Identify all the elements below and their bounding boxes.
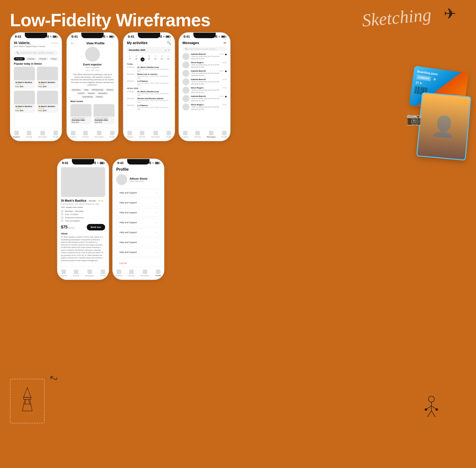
phone-activities: 9:41 ∿ My activities 🔍 December 2023 ‹ ›… (123, 32, 175, 141)
nav-explore-4[interactable]: Explore (182, 131, 189, 138)
photo-card-decoration: 👤 (416, 92, 471, 161)
menu-item-4[interactable]: Help and Support › (116, 218, 160, 227)
recent-grid: Cruise and Boats Gondola rides from $10 … (70, 104, 115, 124)
svg-point-7 (436, 409, 438, 411)
recent-card[interactable]: Cruise and Boats Gondola rides from $10 (70, 104, 91, 124)
message-item[interactable]: Isabella Bianchi 19:00 I think it's pret… (182, 78, 227, 85)
next-date-label: 19 Dec 2023 (127, 87, 171, 89)
nav-explore-3[interactable]: Explore (126, 131, 133, 138)
profile-user-since: Since Mar 2022 (130, 180, 148, 182)
card-item[interactable]: St Mark's Basilica ★★★★ from $75 (37, 91, 58, 113)
nav-profile-6[interactable]: Profile (155, 270, 161, 277)
nav-messages-4[interactable]: Messages (207, 131, 215, 138)
nav-profile-4[interactable]: Profile (222, 131, 227, 138)
menu-item-1[interactable]: Help and Support › (116, 189, 160, 197)
filter-tab-3[interactable]: Popular (37, 57, 48, 60)
search-icon-3[interactable]: 🔍 (167, 41, 171, 45)
nav-activity-5[interactable]: Activity (73, 270, 79, 277)
menu-item-7[interactable]: Help and Support › (116, 248, 160, 256)
svg-line-10 (22, 399, 25, 411)
view-profile-title: View Profile (76, 41, 115, 45)
about-title: About (61, 232, 105, 235)
nav-activity-3[interactable]: Activity (139, 131, 145, 138)
activity-item[interactable]: 17:00 hrs St. Mark's Basilica tour P.za … (127, 90, 171, 96)
nav-explore-6[interactable]: Explore (116, 270, 122, 277)
airplane-icon: ✈ (444, 5, 456, 22)
nav-messages-1[interactable]: Messages (38, 131, 47, 138)
activity-item[interactable]: 20:00 hrs Rema Live in concert P.za San … (127, 73, 171, 79)
card-item[interactable]: St Mark's Basilica ★★★★ from $75 (14, 91, 35, 113)
divider (116, 258, 160, 258)
card-item[interactable]: St Mark's Basilica ★★★★ from $75 (37, 67, 58, 89)
time-4: 9:41 (183, 35, 190, 38)
messages-search-bar[interactable]: 🔍 Search places, events, people... (182, 47, 227, 51)
profile-user-row: Allison Steele Since Mar 2022 (116, 174, 160, 185)
message-item[interactable]: Isabella Bianchi 19:00 I think it's pret… (182, 53, 227, 60)
main-title: Low-Fidelity Wireframes (10, 10, 210, 30)
nav-messages-2[interactable]: Messages (94, 131, 103, 138)
svg-line-14 (25, 399, 26, 404)
activity-item[interactable]: 20:00 hrs Murano and Burano Islands P.za… (127, 97, 171, 103)
cal-prev[interactable]: ‹ (165, 48, 166, 52)
nav-profile-5[interactable]: Profile (100, 270, 106, 277)
nav-explore-2[interactable]: Explore (70, 131, 77, 138)
nav-explore-1[interactable]: Explore (13, 131, 20, 138)
logout-button[interactable]: Log out (116, 260, 160, 267)
card-grid-1: St Mark's Basilica ★★★★ from $75 St Mark… (14, 67, 58, 113)
phone-profile-settings: 9:41 ∿ Profile Allison Steele Since Mar … (112, 159, 164, 280)
filter-tab-4[interactable]: Popul (49, 57, 58, 60)
filter-tab-active[interactable]: Popular (14, 57, 25, 60)
svg-line-11 (30, 399, 32, 411)
camera-icon-decoration: 📷 (406, 111, 421, 126)
filter-tab-2[interactable]: Popular (26, 57, 37, 60)
book-tour-button[interactable]: Book tour (87, 224, 105, 230)
back-arrow-2[interactable]: ← (70, 41, 74, 45)
time-6: 9:41 (117, 161, 124, 165)
bottom-nav-3: Explore Activity Messages Profile (123, 128, 175, 141)
notch-2 (81, 33, 104, 38)
card-item[interactable]: St Mark's Basilica ★★★★ from $75 (14, 67, 35, 89)
nav-messages-3[interactable]: Messages (151, 131, 160, 138)
activities-title: My activities (127, 41, 148, 45)
nav-messages-5[interactable]: Messages (85, 270, 94, 277)
nav-messages-6[interactable]: Messages (140, 270, 149, 277)
calendar-header: December 2023 ‹ › (127, 47, 171, 53)
nav-explore-5[interactable]: Explore (60, 270, 67, 277)
svg-line-4 (427, 411, 431, 417)
time-3: 9:41 (128, 35, 134, 38)
edit-icon-4[interactable]: ✏ (224, 41, 227, 45)
menu-item-2[interactable]: Help and Support › (116, 198, 160, 207)
nav-activity-1[interactable]: Activity (26, 131, 32, 138)
cal-next[interactable]: › (168, 48, 169, 52)
activity-item[interactable]: 17:00 hrs St. Mark's Basilica tour P.za … (127, 66, 171, 72)
search-bar-1[interactable]: 🔍 Search tour sites, guides, people... (14, 50, 58, 55)
profile-settings-title: Profile (116, 167, 160, 172)
message-item[interactable]: Steve Rogers 19:00 I think it's pretty e… (182, 61, 227, 68)
nav-activity-6[interactable]: Activity (128, 270, 135, 277)
tour-rating: ★ 4.9 (98, 200, 103, 202)
nav-activity-2[interactable]: Activity (83, 131, 89, 138)
menu-item-6[interactable]: Help and Support › (116, 238, 160, 247)
bio-text: Ciao, fellow adventurers! justthang is y… (70, 73, 115, 86)
notch-3 (138, 33, 160, 38)
today-label: Today (127, 63, 171, 65)
activity-item[interactable]: 23:00 hrs La Palanca P.za San Marco, 328… (127, 104, 171, 110)
svg-rect-9 (24, 397, 31, 399)
phone-view-profile: 9:41 ∿ ← View Profile Event organizer Ev… (66, 32, 119, 141)
message-item[interactable]: Steve Rogers 19:00 I think it's pretty e… (182, 104, 227, 110)
activity-item[interactable]: 23:00 hrs La Palanca P.za San Marco, 328… (127, 80, 171, 86)
nav-profile-1[interactable]: Profile (53, 131, 59, 138)
recent-card[interactable]: Cruise and Boats Gondola rides from $10 (93, 104, 115, 124)
nav-profile-2[interactable]: Profile (110, 131, 115, 138)
menu-item-5[interactable]: Help and Support › (116, 228, 160, 237)
message-item[interactable]: Steve Rogers 19:00 I think it's pretty e… (182, 87, 227, 94)
message-item[interactable]: Isabella Bianchi 19:00 I think it's pret… (182, 70, 227, 77)
notch-4 (193, 33, 216, 38)
message-item[interactable]: Isabella Bianchi 19:00 I think it's pret… (182, 95, 227, 102)
organizer-name: Event organizer (70, 63, 115, 66)
notch-6 (127, 159, 149, 165)
menu-item-3[interactable]: Help and Support › (116, 208, 160, 217)
nav-activity-4[interactable]: Activity (195, 131, 201, 138)
tour-cancellation: Free cancellation (61, 220, 105, 222)
nav-profile-3[interactable]: Profile (166, 131, 172, 138)
